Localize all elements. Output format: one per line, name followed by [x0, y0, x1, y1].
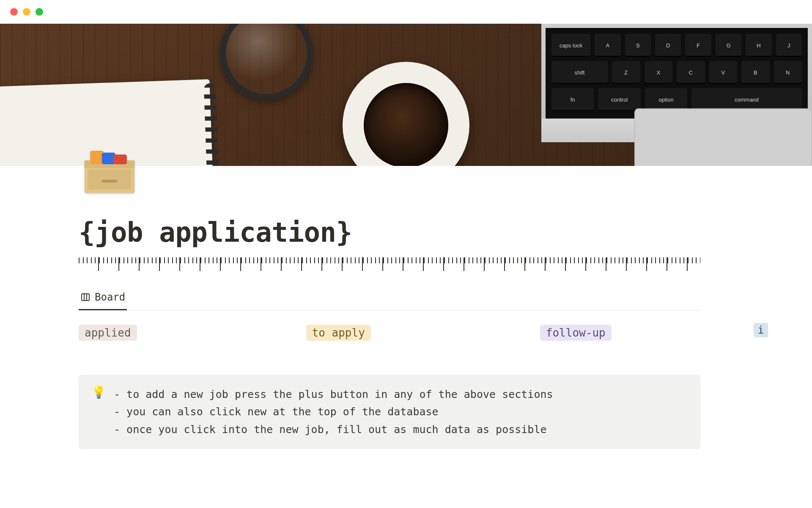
keycap: caps lock [551, 34, 590, 57]
keycap: G [716, 34, 741, 57]
ruler-divider [79, 257, 700, 271]
keycap: J [776, 34, 802, 57]
callout: 💡 - to add a new job press the plus butt… [79, 375, 700, 449]
column-follow-up[interactable]: follow-up [540, 325, 612, 341]
callout-text: - to add a new job press the plus button… [114, 386, 553, 438]
zoom-window-dot[interactable] [36, 8, 43, 16]
board-icon [80, 292, 91, 302]
keycap: option [645, 88, 687, 111]
cover-palmrest [541, 119, 812, 142]
info-button[interactable]: i [754, 323, 768, 337]
keycap: Z [612, 61, 640, 84]
svg-rect-7 [82, 294, 89, 301]
keycap: S [625, 34, 651, 57]
svg-rect-4 [102, 153, 115, 164]
tab-board-label: Board [95, 291, 125, 303]
keycap: command [691, 88, 802, 111]
board-columns: applied to apply follow-up i [79, 325, 700, 341]
keycap: fn [551, 88, 594, 111]
page-icon[interactable] [79, 137, 140, 199]
column-to-apply[interactable]: to apply [306, 325, 371, 341]
cover-trackpad [634, 108, 812, 166]
cover-laptop: caps lockASDFGHJ shiftZXCVBN fncontrolop… [541, 24, 812, 142]
column-applied[interactable]: applied [79, 325, 137, 341]
page-title[interactable]: {job application} [79, 217, 733, 248]
close-window-dot[interactable] [10, 8, 18, 16]
keycap: F [685, 34, 711, 57]
keycap: shift [551, 61, 608, 84]
window-titlebar [0, 0, 812, 24]
keycap: H [746, 34, 771, 57]
lightbulb-icon: 💡 [91, 387, 106, 438]
keycap: D [655, 34, 681, 57]
keycap: A [595, 34, 620, 57]
minimize-window-dot[interactable] [23, 8, 30, 16]
keycap: N [774, 61, 802, 84]
view-tabs: Board [79, 287, 700, 310]
keycap: X [645, 61, 673, 84]
svg-rect-6 [102, 179, 118, 182]
callout-line: - you can also click new at the top of t… [114, 403, 553, 420]
svg-rect-3 [90, 151, 104, 164]
keycap: B [741, 61, 770, 84]
keycap: V [709, 61, 738, 84]
tab-board[interactable]: Board [79, 287, 127, 310]
svg-rect-5 [113, 155, 127, 164]
callout-line: - once you click into the new job, fill … [114, 421, 553, 438]
keycap: control [598, 88, 640, 111]
callout-line: - to add a new job press the plus button… [114, 386, 553, 403]
keycap: C [677, 61, 705, 84]
